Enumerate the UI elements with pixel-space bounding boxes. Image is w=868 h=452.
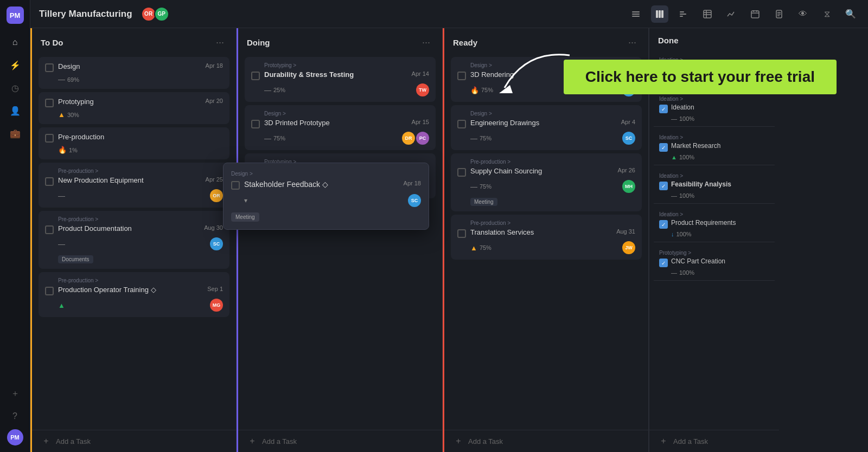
sidebar-item-help[interactable]: ? (5, 406, 25, 426)
progress-value: 100% (679, 192, 694, 199)
trial-banner[interactable]: Click here to start your free trial (564, 60, 837, 94)
task-checkbox[interactable] (457, 72, 466, 80)
done-task-card[interactable]: Ideation > Feasibility Analysis — 100% (654, 169, 775, 204)
column-doing-header: Doing ··· (238, 28, 442, 55)
view-timeline-icon[interactable] (675, 5, 692, 23)
task-date: Apr 4 (621, 119, 635, 125)
task-name: New Production Equipment (58, 176, 201, 185)
search-icon[interactable]: 🔍 (842, 5, 859, 23)
sidebar-item-users[interactable]: 👤 (5, 101, 25, 120)
task-card[interactable]: Pre-production 🔥 1% (39, 127, 229, 159)
task-checkbox[interactable] (659, 143, 668, 152)
user-avatar[interactable]: PM (7, 429, 23, 445)
doing-tasks-list: Prototyping > Durability & Stress Testin… (238, 55, 442, 430)
view-doc-icon[interactable] (770, 5, 788, 23)
task-checkbox[interactable] (45, 177, 54, 186)
task-checkbox[interactable] (251, 72, 260, 80)
column-ready-title: Ready (453, 38, 621, 47)
task-checkbox[interactable] (659, 105, 668, 113)
view-table-icon[interactable] (699, 5, 716, 23)
progress-value: 30% (67, 112, 79, 118)
task-card[interactable]: Pre-production > New Production Equipmen… (39, 163, 229, 208)
sidebar-item-activity[interactable]: ⚡ (5, 55, 25, 75)
task-checkbox[interactable] (45, 225, 54, 234)
svg-rect-3 (656, 10, 658, 18)
task-checkbox[interactable] (457, 120, 466, 128)
done-task-card[interactable]: Ideation > Product Requirements ↓ 100% (654, 207, 775, 242)
task-parent: Design > (457, 111, 635, 117)
task-assignee-dr: DR (402, 132, 415, 145)
task-checkbox[interactable] (659, 182, 668, 190)
user-avatar-gp[interactable]: GP (154, 7, 169, 22)
column-todo-header: To Do ··· (32, 28, 236, 55)
task-checkbox[interactable] (45, 63, 54, 72)
task-checkbox[interactable] (659, 259, 668, 267)
progress-icon: — (470, 134, 477, 143)
progress-value: 75% (273, 135, 285, 141)
column-doing-menu[interactable]: ··· (419, 36, 433, 49)
progress-indicator: ▲ 75% (470, 244, 492, 252)
task-card[interactable]: Pre-production > Supply Chain Sourcing A… (451, 153, 642, 211)
progress-icon: — (58, 240, 65, 248)
progress-indicator: 🔥 75% (470, 86, 493, 94)
svg-rect-6 (680, 11, 684, 12)
add-task-done-button[interactable]: + Add a Task (649, 430, 779, 452)
eye-icon[interactable]: 👁 (794, 5, 812, 23)
add-task-button[interactable]: + Add a Task (32, 430, 236, 452)
task-card[interactable]: Design Apr 18 — 69% (39, 57, 229, 89)
task-card[interactable]: Pre-production > Production Operator Tra… (39, 272, 229, 317)
progress-icon: — (264, 86, 271, 94)
svg-rect-13 (751, 11, 759, 18)
column-ready-menu[interactable]: ··· (625, 36, 640, 49)
done-task-card[interactable]: Ideation > Market Research ▲ 100% (654, 130, 775, 165)
column-todo-title: To Do (41, 38, 208, 47)
view-list-icon[interactable] (627, 5, 644, 23)
task-card[interactable]: Prototyping Apr 20 ▲ 30% (39, 92, 229, 124)
add-task-doing-button[interactable]: + Add a Task (238, 430, 442, 452)
view-board-icon[interactable] (651, 5, 668, 23)
sidebar-item-home[interactable]: ⌂ (5, 33, 25, 52)
task-assignee: MH (622, 180, 635, 193)
drag-tag: Meeting (231, 212, 259, 222)
column-todo-menu[interactable]: ··· (213, 36, 227, 49)
topbar-users: OR GP (143, 7, 169, 22)
svg-rect-5 (661, 10, 663, 18)
task-checkbox[interactable] (659, 220, 668, 229)
view-chart-icon[interactable] (723, 5, 740, 23)
task-date: Apr 25 (206, 176, 223, 183)
svg-rect-8 (680, 16, 683, 17)
add-task-ready-button[interactable]: + Add a Task (444, 430, 648, 452)
add-task-label: Add a Task (56, 437, 91, 445)
progress-icon: — (58, 75, 65, 83)
task-checkbox[interactable] (45, 287, 54, 295)
task-checkbox[interactable] (457, 168, 466, 177)
done-task-card[interactable]: Prototyping > CNC Part Creation — 100% (654, 246, 775, 281)
progress-icon: 🔥 (58, 146, 67, 154)
sidebar-item-briefcase[interactable]: 💼 (5, 124, 25, 143)
sidebar-item-clock[interactable]: ◷ (5, 78, 25, 98)
column-doing: Doing ··· Prototyping > Durability & Str… (237, 28, 443, 452)
task-card[interactable]: Design > Engineering Drawings Apr 4 — 75… (451, 105, 642, 150)
task-card[interactable]: Prototyping > Durability & Stress Testin… (245, 57, 436, 102)
task-checkbox[interactable] (45, 99, 54, 107)
drag-checkbox[interactable] (231, 181, 240, 190)
task-assignee: SC (210, 237, 223, 250)
svg-rect-7 (680, 14, 686, 15)
progress-value: 100% (679, 115, 694, 122)
done-task-card[interactable]: Ideation > Ideation — 100% (654, 92, 775, 127)
task-checkbox[interactable] (251, 120, 260, 128)
task-checkbox[interactable] (45, 134, 54, 143)
task-card[interactable]: Design > 3D Printed Prototype Apr 15 — 7… (245, 105, 436, 150)
task-card[interactable]: Pre-production > Product Documentation A… (39, 211, 229, 269)
app-logo[interactable]: PM (7, 7, 24, 24)
filter-icon[interactable]: ⧖ (818, 5, 835, 23)
task-checkbox[interactable] (457, 229, 466, 238)
drag-assignee: SC (408, 194, 421, 207)
progress-icon: — (264, 134, 271, 143)
sidebar-item-add[interactable]: ＋ (5, 384, 25, 403)
progress-icon: — (470, 183, 477, 191)
view-calendar-icon[interactable] (746, 5, 764, 23)
progress-indicator: — 75% (264, 134, 285, 143)
progress-icon: — (671, 269, 677, 276)
task-card[interactable]: Pre-production > Translation Services Au… (451, 215, 642, 260)
